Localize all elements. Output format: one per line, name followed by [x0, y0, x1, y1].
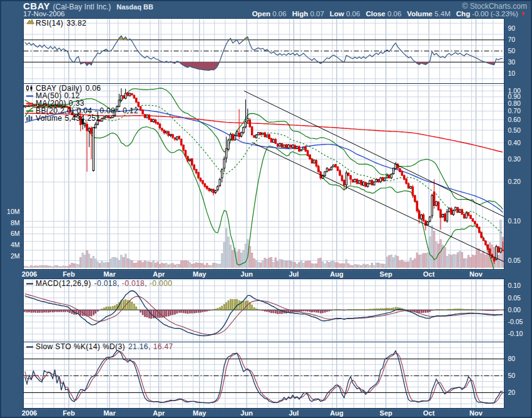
rsi-tick-label: 10 [508, 69, 516, 77]
macd-tick-label: -0.10 [508, 330, 523, 337]
month-label: Feb [63, 409, 75, 417]
price-tick-label: 0.50 [508, 126, 521, 134]
stockcharts-window: CBAY (Cal-Bay Intl Inc.) Nasdaq BB © Sto… [0, 0, 532, 418]
month-label: Nov [469, 409, 483, 417]
volume-tick-label: 4M [11, 241, 20, 248]
month-label: Mar [103, 409, 116, 417]
price-tick-label: 0.10 [508, 217, 521, 225]
volume-tick-label: 6M [11, 230, 20, 237]
macd-tick-label: 0.00 [508, 306, 521, 314]
month-label: Sep [380, 270, 392, 278]
month-label: Aug [330, 409, 343, 417]
macd-tick-label: 0.05 [508, 294, 521, 302]
rsi-tick-label: 30 [508, 58, 516, 66]
volume-tick-label: 8M [11, 219, 20, 227]
month-label: Oct [423, 409, 435, 417]
month-label: Nov [469, 270, 483, 278]
month-label: Jun [240, 409, 253, 417]
month-label: Oct [423, 270, 435, 278]
price-tick-label: 0.70 [508, 107, 521, 115]
month-label: Mar [103, 270, 116, 278]
volume-legend: Volume5,434,251 [36, 114, 100, 123]
chart-canvas[interactable]: 90705030101.000.900.800.700.600.500.400.… [0, 0, 532, 418]
price-tick-label: 0.80 [508, 99, 521, 107]
macd-tick-label: -0.05 [508, 318, 523, 325]
price-tick-label: 0.20 [508, 178, 521, 185]
volume-tick-label: 2M [11, 252, 20, 260]
rsi-tick-label: 70 [508, 36, 516, 43]
rsi-tick-label: 50 [508, 47, 516, 54]
rsi-tick-label: 90 [508, 24, 516, 32]
month-label: Aug [330, 270, 343, 278]
month-label: May [193, 270, 207, 278]
month-label: Jun [240, 270, 253, 278]
month-label: 2006 [22, 270, 37, 278]
month-label: Apr [153, 409, 165, 417]
month-label: Feb [63, 270, 75, 278]
macd-legend: MACD(12,26,9)-0.018,-0.018,-0.000 [26, 279, 172, 288]
sto-legend-text: Slow STO %K(14) %D(3)21.16,16.47 [36, 342, 173, 351]
macd-tick-label: 0.10 [508, 282, 521, 289]
month-label: Jul [289, 409, 299, 417]
month-label: Sep [380, 409, 392, 417]
price-tick-label: 0.40 [508, 139, 521, 146]
month-label: Apr [153, 270, 165, 278]
month-label: Jul [289, 270, 299, 278]
month-label: May [193, 409, 207, 417]
price-tick-label: 0.30 [508, 155, 521, 163]
price-tick-label: 0.60 [508, 116, 521, 123]
volume-tick-label: 10M [7, 208, 19, 215]
sto-tick-label: 50 [508, 372, 516, 379]
month-label: 2006 [22, 409, 37, 417]
price-tick-label: 0.05 [508, 257, 521, 264]
macd-legend-text: MACD(12,26,9)-0.018,-0.018,-0.000 [36, 279, 172, 288]
rsi-legend: RSI(14)33.82 [36, 19, 86, 28]
sto-tick-label: 80 [508, 355, 516, 362]
sto-tick-label: 20 [508, 389, 516, 396]
